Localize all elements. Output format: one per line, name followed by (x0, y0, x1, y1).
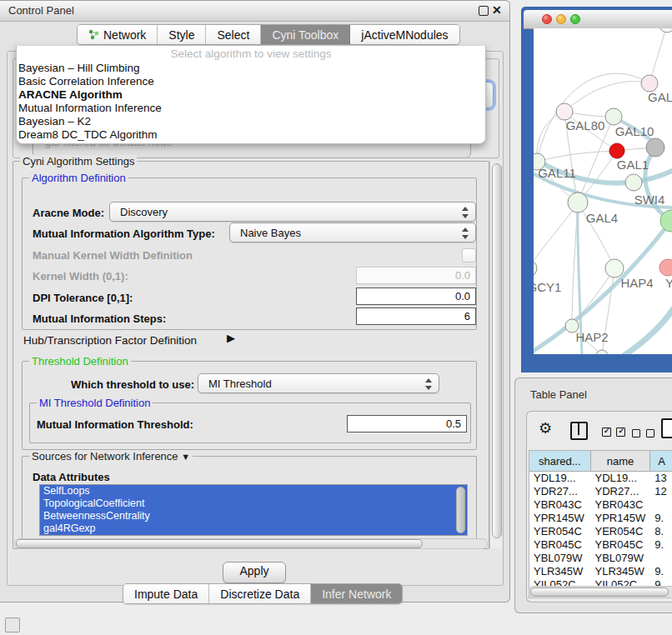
table-cell: YBL079W (591, 552, 651, 565)
dropdown-option[interactable]: Mutual Information Inference (17, 102, 485, 115)
node-label-gal: GAL (648, 90, 672, 104)
table-row[interactable]: YDR27...YDR27...12 (529, 485, 672, 498)
collapse-arrow-icon[interactable]: ▼ (181, 452, 190, 462)
table-row[interactable]: YDL19...YDL19...13 (529, 472, 672, 485)
table-cell: YLR345W (529, 565, 591, 578)
dropdown-option[interactable]: ARACNE Algorithm (17, 88, 485, 102)
document-icon[interactable] (661, 418, 672, 438)
mi-algorithm-type-value: Naive Bayes (240, 227, 301, 239)
dropdown-option[interactable]: Bayesian – K2 (17, 115, 485, 128)
data-attributes-list[interactable]: SelfLoopsTopologicalCoefficientBetweenne… (39, 484, 468, 536)
tab-discretize-data[interactable]: Discretize Data (209, 584, 311, 603)
mi-algorithm-type-combobox[interactable]: Naive Bayes (229, 222, 476, 242)
aracne-mode-value: Discovery (120, 206, 168, 218)
dropdown-option[interactable]: Bayesian – Hill Climbing (17, 62, 485, 75)
node-label-gal1: GAL1 (617, 158, 649, 172)
network-node-gal80[interactable] (556, 103, 573, 120)
column-header[interactable]: A (650, 451, 672, 471)
application-root: Control Panel ✕ NetworkStyleSelectCyni T… (0, 0, 672, 635)
table-panel-window: Table Panel ⚙ ✓ ✓ shared...nameA YDL19..… (514, 378, 672, 613)
settings-hscrollbar-thumb[interactable] (16, 539, 423, 548)
network-node-y[interactable] (659, 259, 672, 276)
table-row[interactable]: YLR345WYLR345W9. (529, 565, 672, 578)
network-canvas[interactable]: GALGAL80GAL10GAL1GAL11GAL4SWI4GCY1HAP4YH… (534, 28, 672, 354)
expand-arrow-icon[interactable]: ▶ (227, 332, 235, 344)
split-columns-icon[interactable] (570, 422, 588, 440)
node-label-gal80: GAL80 (566, 118, 605, 132)
mi-steps-field[interactable]: 6 (356, 308, 476, 325)
network-node-gal[interactable] (641, 75, 658, 92)
kernel-width-field[interactable]: 0.0 (356, 267, 476, 284)
tab-style[interactable]: Style (158, 25, 206, 44)
close-icon[interactable]: ✕ (492, 3, 502, 17)
table-row[interactable]: YBR045CYBR045C9. (529, 538, 672, 552)
tab-infer-network[interactable]: Infer Network (311, 584, 402, 603)
column-header[interactable]: shared... (529, 451, 591, 471)
network-node-gal4[interactable] (568, 192, 588, 212)
settings-hscrollbar-track[interactable] (14, 538, 488, 549)
table-cell: 12 (650, 485, 672, 498)
dpi-tolerance-field[interactable]: 0.0 (356, 288, 476, 305)
network-view-window: GALGAL80GAL10GAL1GAL11GAL4SWI4GCY1HAP4YH… (521, 7, 672, 372)
aracne-mode-combobox[interactable]: Discovery (109, 202, 476, 222)
unchecked-boxes-icon[interactable] (632, 426, 654, 441)
tab-impute-data[interactable]: Impute Data (123, 584, 209, 603)
table-header-row: shared...nameA (529, 451, 672, 472)
control-panel-titlebar[interactable]: Control Panel ✕ (0, 1, 509, 22)
tab-cyni-toolbox[interactable]: Cyni Toolbox (261, 25, 350, 44)
corner-grip-icon[interactable] (5, 618, 20, 632)
settings-vscrollbar-thumb[interactable] (492, 163, 502, 538)
cyni-algorithm-settings-legend: Cyni Algorithm Settings (20, 155, 137, 168)
network-node[interactable] (659, 28, 672, 32)
table-hscrollbar-track[interactable] (529, 586, 672, 598)
attribute-list-item[interactable]: SelfLoops (40, 485, 467, 498)
table-cell: YDL19... (529, 472, 591, 485)
node-label-swi4: SWI4 (634, 192, 665, 207)
table-row[interactable]: YPR145WYPR145W9. (529, 512, 672, 525)
tab-label: Style (168, 28, 194, 42)
manual-kernel-width-checkbox[interactable] (462, 248, 476, 262)
dropdown-option[interactable]: Dream8 DC_TDC Algorithm (17, 128, 485, 142)
apply-button[interactable]: Apply (223, 562, 286, 583)
algorithm-dropdown-list: Select algorithm to view settings Bayesi… (16, 46, 486, 144)
attribute-list-item[interactable]: gal4RGexp (40, 522, 467, 535)
node-attribute-table[interactable]: shared...nameA YDL19...YDL19...13YDR27..… (529, 450, 672, 598)
network-node-gcy1[interactable] (534, 260, 537, 277)
which-threshold-label: Which threshold to use: (71, 378, 194, 391)
table-row[interactable]: YER054CYER054C8. (529, 525, 672, 538)
tab-jactivemnodules[interactable]: jActiveMNodules (350, 25, 459, 44)
attribute-list-item[interactable]: TopologicalCoefficient (40, 498, 467, 510)
table-cell: YBR045C (529, 538, 591, 552)
which-threshold-combobox[interactable]: MI Threshold (198, 373, 439, 393)
table-cell: YER054C (529, 525, 591, 538)
kernel-width-label: Kernel Width (0,1): (33, 270, 128, 282)
network-node[interactable] (625, 174, 642, 191)
hub-section-label: Hub/Transcription Factor Definition (23, 334, 197, 347)
control-panel-tabbar: NetworkStyleSelectCyni ToolboxjActiveMNo… (77, 24, 460, 45)
mi-threshold-field[interactable]: 0.5 (347, 415, 467, 432)
network-node[interactable] (646, 138, 664, 157)
table-hscrollbar-thumb[interactable] (530, 588, 669, 597)
attributes-scrollbar-thumb[interactable] (456, 487, 465, 533)
maximize-traffic-light[interactable] (570, 14, 580, 24)
network-node-gal10[interactable] (605, 108, 622, 125)
close-traffic-light[interactable] (542, 14, 552, 24)
network-node-gal1[interactable] (609, 143, 624, 158)
table-row[interactable]: YBL079WYBL079W (529, 552, 672, 565)
float-window-icon[interactable] (479, 6, 489, 16)
table-row[interactable]: YBR043CYBR043C (529, 498, 672, 512)
settings-vscrollbar-track[interactable] (489, 161, 502, 548)
checked-boxes-icon[interactable]: ✓ ✓ (602, 425, 625, 440)
attribute-list-item[interactable]: BetweennessCentrality (40, 510, 467, 522)
sources-legend: Sources for Network Inference ▼ (29, 450, 193, 462)
column-header[interactable]: name (591, 451, 651, 471)
cyni-algorithm-settings-group: Cyni Algorithm Settings Algorithm Defini… (13, 161, 489, 549)
stepper-arrows-icon (462, 207, 469, 218)
tab-select[interactable]: Select (206, 25, 261, 44)
gear-icon[interactable]: ⚙ (539, 419, 552, 438)
network-window-titlebar[interactable] (524, 10, 672, 29)
minimize-traffic-light[interactable] (556, 14, 566, 24)
dropdown-option[interactable]: Basic Correlation Inference (17, 75, 485, 88)
tab-network[interactable]: Network (78, 25, 158, 44)
network-node-hap4[interactable] (605, 259, 624, 278)
